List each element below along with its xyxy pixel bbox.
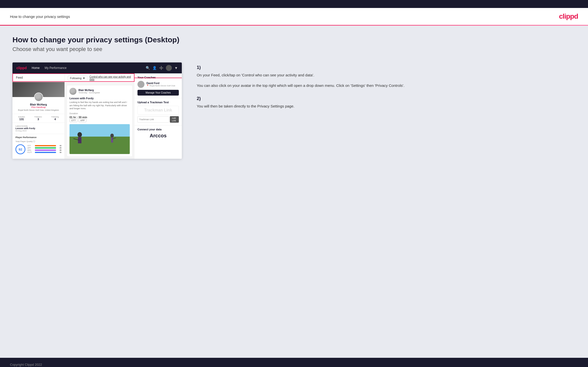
app-feed: Following ▼ Control who can see your act… [65,73,134,159]
app-sidebar: Feed Blair McHarg Plus Handicap Royal No… [12,73,65,159]
trackman-placeholder-text: Trackman Link [144,108,172,112]
instruction-1: 1) On your Feed, click/tap on 'Control w… [197,65,576,89]
step1-text: On your Feed, click/tap on 'Control who … [197,72,576,78]
post-tags: OTT APP [69,119,130,122]
coaches-section: Your Coaches David Ford 📍 Royal North De… [134,73,182,98]
coach-avatar [137,81,144,88]
profile-club: Royal North Devon Golf Club, United King… [14,109,63,111]
logo: clippd [559,12,578,20]
coach-item: David Ford 📍 Royal North Devon Golf Club [137,81,179,88]
instructions: 1) On your Feed, click/tap on 'Control w… [192,62,576,117]
tpq-content: 92 OTT 90 APP 85 [15,144,62,154]
top-bar [0,0,588,8]
svg-point-5 [77,132,82,137]
ott-bar [35,145,56,146]
step2-number: 2) [197,96,576,101]
arg-bar [35,150,56,151]
nav-icons: 🔍 👤 ➕ ▼ [146,65,178,71]
page-subheading: Choose what you want people to see [12,46,576,52]
connect-section: Connect your data Arccos [134,125,182,141]
post-duration-value: 01 hr : 30 min [69,116,130,119]
profile-avatar [34,93,43,102]
connect-title: Connect your data [137,128,179,131]
app-nav: clippd Home My Performance 🔍 👤 ➕ ▼ [12,62,182,73]
chevron-icon: ▼ [82,77,85,80]
add-link-button[interactable]: Add Link [170,116,179,123]
step2-text: You will then be taken directly to the P… [197,103,576,109]
post-user: Blair McHarg [78,89,100,92]
step1-extra: You can also click on your avatar in the… [197,83,576,89]
feed-header: Following ▼ Control who can see your act… [65,73,134,83]
location-icon: 📍 [146,85,149,87]
trackman-placeholder: Trackman Link [137,106,179,115]
feed-tab[interactable]: Feed [12,73,65,82]
step1-number: 1) [197,65,576,70]
footer: Copyright Clippd 2022 [0,358,588,367]
svg-rect-3 [111,138,113,143]
plus-icon[interactable]: ➕ [159,66,163,70]
instruction-2: 2) You will then be taken directly to th… [197,96,576,109]
arccos-text: Arccos [137,133,179,139]
page-heading: How to change your privacy settings (Des… [12,36,576,44]
app-screenshot: clippd Home My Performance 🔍 👤 ➕ ▼ Feed [12,62,182,159]
chevron-down-icon[interactable]: ▼ [174,66,178,70]
stat-ott: OTT 90 [27,145,62,147]
nav-home[interactable]: Home [32,66,40,70]
coaches-title: Your Coaches [137,76,179,79]
trackman-title: Upload a Trackman Test [137,101,179,104]
profile-stats: Activities 131 Followers 3 Following 4 [12,114,65,123]
post-duration-label: Duration [69,112,130,115]
manage-coaches-button[interactable]: Manage Your Coaches [137,90,179,96]
tpq-label: Total Player Quality ⓘ [15,140,62,143]
header: How to change your privacy settings clip… [0,8,588,25]
coach-name: David Ford [146,82,175,85]
copyright: Copyright Clippd 2022 [10,363,42,367]
app-body: Feed Blair McHarg Plus Handicap Royal No… [12,73,182,159]
stat-followers: Followers 3 [35,116,42,121]
trackman-section: Upload a Trackman Test Trackman Link Add… [134,98,182,125]
header-title: How to change your privacy settings [10,14,70,19]
stat-app: APP 85 [27,147,62,149]
post-desc: Looking to feel like my hands are exitin… [69,101,130,110]
post-avatar [69,88,76,95]
search-icon[interactable]: 🔍 [146,66,150,70]
stats-bars: OTT 90 APP 85 ARG [27,145,62,154]
profile-name: Blair McHarg [14,103,63,106]
post-location: Yesterday · Sunningdale [78,92,100,94]
svg-point-2 [110,134,114,138]
coach-club: 📍 Royal North Devon Golf Club [146,85,175,87]
post-header: Blair McHarg Yesterday · Sunningdale [69,88,130,95]
score-circle: 92 [15,144,25,154]
stat-activities: Activities 131 [18,116,25,121]
nav-my-performance[interactable]: My Performance [45,66,66,70]
post-image [69,124,130,154]
stat-following: Following 4 [51,116,59,121]
following-button[interactable]: Following ▼ [68,76,87,81]
profile-banner [12,82,65,97]
avatar-button[interactable] [166,65,172,71]
app-right: Your Coaches David Ford 📍 Royal North De… [134,73,182,159]
profile-tag: Plus Handicap [14,106,63,108]
trackman-input[interactable] [137,116,169,123]
stat-arg: ARG 86 [27,149,62,151]
golf-scene [69,124,130,154]
user-icon[interactable]: 👤 [152,66,157,70]
app-bar [35,147,56,149]
stat-putt: PUTT 96 [27,152,62,153]
tag-app: APP [78,119,86,122]
main-content: How to change your privacy settings (Des… [0,26,588,358]
trackman-input-row: Add Link [137,116,179,123]
post-title: Lesson with Fordy [69,97,130,100]
tag-ott: OTT [69,119,77,122]
putt-bar [35,152,56,153]
latest-activity: Latest Activity Lesson with Fordy 03 Aug… [12,123,65,134]
content-area: clippd Home My Performance 🔍 👤 ➕ ▼ Feed [12,62,576,159]
feed-post: Blair McHarg Yesterday · Sunningdale Les… [67,85,132,157]
app-logo: clippd [16,66,27,70]
player-performance: Player Performance Total Player Quality … [12,134,65,156]
control-link[interactable]: Control who can see your activity and da… [89,75,131,81]
